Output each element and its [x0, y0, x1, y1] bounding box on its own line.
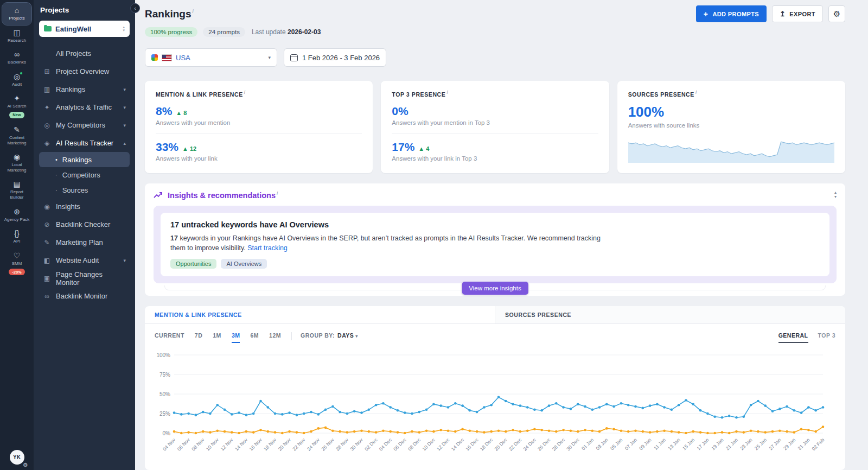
presence-chart-section: MENTION & LINK PRESENCE SOURCES PRESENCE… — [145, 306, 845, 470]
svg-text:04 Nov: 04 Nov — [162, 437, 177, 452]
sidebar-item-backlink-checker[interactable]: ⊘Backlink Checker — [39, 215, 130, 233]
rail-item-projects[interactable]: ⌂Projects — [2, 3, 31, 25]
agency-pack-icon: ⊕ — [14, 208, 20, 215]
sidebar-subitem-sources[interactable]: ·Sources — [39, 182, 130, 198]
svg-text:10 Nov: 10 Nov — [205, 437, 220, 452]
chevron-down-icon: ▾ — [123, 105, 126, 110]
stat-value: 17% — [392, 141, 414, 154]
sidebar-item-page-changes-monitor[interactable]: ▣Page Changes Monitor — [39, 269, 130, 287]
svg-text:02 Dec: 02 Dec — [363, 437, 379, 452]
range-tab-7d[interactable]: 7D — [195, 332, 202, 343]
folder-icon — [44, 26, 52, 31]
svg-text:07 Jan: 07 Jan — [624, 437, 638, 451]
svg-text:18 Nov: 18 Nov — [263, 437, 278, 452]
chevron-down-icon: ▾ — [123, 258, 126, 263]
svg-text:10 Dec: 10 Dec — [422, 437, 437, 452]
insights-collapse-control[interactable]: ▴▾ — [834, 190, 837, 199]
settings-button[interactable]: ⚙ — [828, 5, 845, 22]
tab-mention-link-presence[interactable]: MENTION & LINK PRESENCE — [145, 306, 495, 323]
svg-text:02 Feb: 02 Feb — [811, 437, 826, 452]
stat-label: Answers with your mention — [156, 119, 362, 126]
range-tab-6m[interactable]: 6M — [250, 332, 259, 343]
sidebar-item-analytics-traffic[interactable]: ✦Analytics & Traffic▾ — [39, 98, 130, 116]
project-selector[interactable]: EatingWell ▴▾ — [39, 21, 130, 37]
rail-item-ai-search[interactable]: ✦AI SearchNew — [2, 91, 31, 122]
sidebar-collapse-button[interactable]: ‹ — [130, 3, 140, 13]
start-tracking-link[interactable]: Start tracking — [247, 244, 288, 252]
page-changes-monitor-icon: ▣ — [43, 275, 51, 282]
svg-text:25%: 25% — [159, 411, 170, 417]
country-select[interactable]: USA ▾ — [145, 48, 277, 67]
svg-text:18 Dec: 18 Dec — [479, 437, 494, 452]
sidebar-item-backlink-monitor[interactable]: ∞Backlink Monitor — [39, 287, 130, 305]
audit-icon: ◎ — [14, 73, 20, 80]
ai-search-icon: ✦ — [14, 94, 20, 102]
sidebar-subitem-rankings[interactable]: •Rankings — [39, 152, 130, 167]
rail-item-backlinks[interactable]: ∞Backlinks — [2, 47, 31, 69]
mode-tab-top-3[interactable]: TOP 3 — [818, 332, 835, 343]
stat-label: Answers with your mention in Top 3 — [392, 119, 598, 126]
prompts-badge: 24 prompts — [203, 27, 245, 37]
gear-icon[interactable]: ⚙ — [23, 462, 28, 468]
tab-sources-presence[interactable]: SOURCES PRESENCE — [495, 306, 845, 323]
card-title: TOP 3 PRESENCEi — [392, 89, 598, 98]
export-icon: ↥ — [780, 10, 786, 18]
svg-text:05 Jan: 05 Jan — [609, 437, 623, 451]
info-icon: i — [277, 190, 278, 196]
add-prompts-button[interactable]: + ADD PROMPTS — [696, 5, 767, 22]
divider — [392, 133, 598, 134]
header-actions: + ADD PROMPTS ↥ EXPORT ⚙ — [696, 5, 845, 22]
rail-item-content-marketing[interactable]: ✎Content Marketing — [2, 122, 31, 149]
info-icon: i — [446, 89, 448, 95]
mode-tabs: GENERALTOP 3 — [778, 332, 835, 343]
rail-item-api[interactable]: {}API — [2, 226, 31, 248]
stat-delta: ▲ 8 — [176, 110, 187, 116]
svg-text:08 Dec: 08 Dec — [407, 437, 422, 452]
sidebar-item-all-projects[interactable]: All Projects — [39, 45, 130, 62]
rail-item-smm[interactable]: ♡SMM-20% — [2, 248, 31, 280]
svg-text:01 Jan: 01 Jan — [580, 437, 595, 451]
svg-text:22 Dec: 22 Dec — [508, 437, 523, 452]
page-header: Rankingsi + ADD PROMPTS ↥ EXPORT ⚙ — [145, 5, 845, 22]
rail-item-audit[interactable]: ◎Audit — [2, 69, 31, 91]
group-by-select[interactable]: DAYS▾ — [337, 332, 358, 339]
svg-text:20 Nov: 20 Nov — [277, 437, 292, 452]
avatar[interactable]: YK ⚙ — [10, 450, 24, 465]
range-tabs: CURRENT7D1M3M6M12M — [155, 332, 291, 343]
usa-flag-icon — [162, 55, 171, 61]
svg-text:24 Nov: 24 Nov — [306, 437, 321, 452]
rail-item-report-builder[interactable]: ▤Report Builder — [2, 176, 31, 204]
marketing-plan-icon: ✎ — [43, 239, 51, 246]
sidebar-item-rankings[interactable]: ▥Rankings▾ — [39, 80, 130, 98]
trend-icon — [154, 191, 163, 199]
rail-item-agency-pack[interactable]: ⊕Agency Pack — [2, 204, 31, 226]
export-button[interactable]: ↥ EXPORT — [772, 5, 823, 22]
backlinks-icon: ∞ — [14, 50, 20, 58]
view-more-insights-button[interactable]: View more insights — [462, 282, 528, 295]
range-tab-1m[interactable]: 1M — [213, 332, 221, 343]
rail-item-local-marketing[interactable]: ◉Local Marketing — [2, 149, 31, 176]
sidebar-item-project-overview[interactable]: ⊞Project Overview — [39, 62, 130, 80]
range-tab-12m[interactable]: 12M — [269, 332, 281, 343]
date-range-value: 1 Feb 2026 - 3 Feb 2026 — [302, 54, 380, 62]
sidebar-item-insights[interactable]: ◉Insights — [39, 198, 130, 215]
sidebar-item-website-audit[interactable]: ◧Website Audit▾ — [39, 251, 130, 269]
sidebar-item-my-competitors[interactable]: ◎My Competitors▾ — [39, 116, 130, 134]
range-tab-current[interactable]: CURRENT — [155, 332, 184, 343]
sidebar-item-marketing-plan[interactable]: ✎Marketing Plan — [39, 233, 130, 251]
sidebar-subitem-competitors[interactable]: ·Competitors — [39, 167, 130, 182]
tag-opportunities: Opportunities — [170, 259, 216, 269]
sidebar-title: Projects — [40, 6, 129, 14]
stat-label: Answers with source links — [628, 122, 834, 129]
range-tab-3m[interactable]: 3M — [232, 332, 240, 343]
svg-text:04 Dec: 04 Dec — [378, 437, 393, 452]
date-range-picker[interactable]: 1 Feb 2026 - 3 Feb 2026 — [284, 48, 386, 67]
mode-tab-general[interactable]: GENERAL — [778, 332, 808, 343]
svg-text:16 Dec: 16 Dec — [464, 437, 480, 452]
geo-icon — [151, 54, 158, 61]
rail-item-research[interactable]: ◫Research — [2, 25, 31, 47]
notification-dot — [20, 72, 23, 75]
smm-icon: ♡ — [14, 252, 21, 259]
sidebar-item-ai-results-tracker[interactable]: ◈AI Results Tracker▴ — [39, 134, 130, 152]
website-audit-icon: ◧ — [43, 257, 51, 264]
